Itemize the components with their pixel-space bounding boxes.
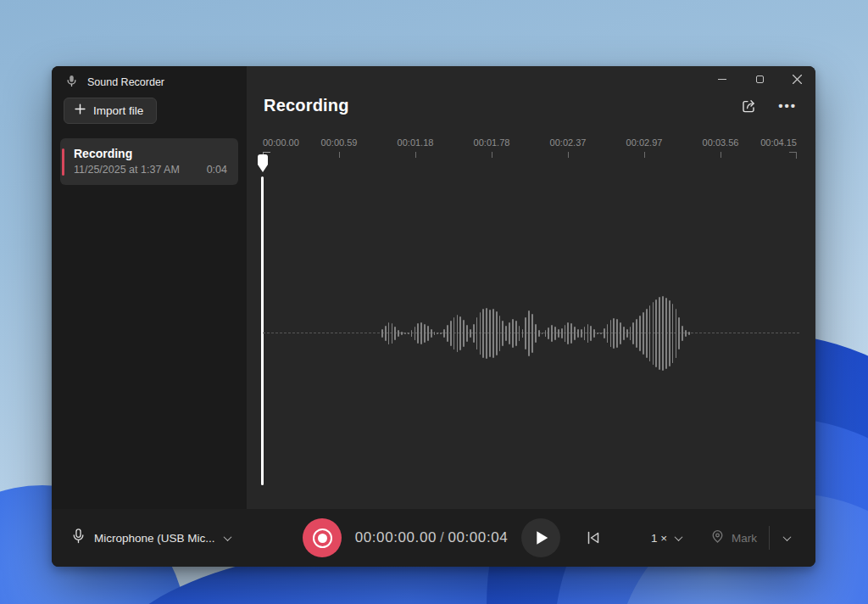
waveform-bar [676, 309, 677, 358]
timeline-tick [339, 152, 340, 158]
timeline-label: 00:02.97 [626, 137, 663, 148]
timeline-label: 00:01.18 [398, 137, 434, 148]
playhead-handle[interactable] [256, 154, 270, 177]
selected-accent-bar [62, 148, 64, 176]
timeline-label: 00:03.56 [703, 137, 739, 148]
timeline-label: 00:00.59 [321, 137, 358, 148]
mark-label: Mark [732, 532, 757, 545]
waveform-bar [486, 308, 487, 359]
waveform-bar [632, 322, 634, 344]
more-options-button[interactable]: ••• [778, 102, 797, 110]
waveform-bar [531, 314, 533, 353]
more-transport-options-button[interactable] [784, 509, 790, 567]
maximize-icon [756, 76, 764, 83]
waveform-bar [600, 333, 602, 334]
playback-speed-selector[interactable]: 1 × [651, 509, 682, 567]
playhead-line[interactable] [261, 176, 264, 485]
waveform-bar [525, 317, 526, 350]
waveform-bar [685, 330, 687, 337]
skip-to-start-icon [585, 529, 602, 546]
waveform-bar [457, 315, 459, 352]
waveform-bar [519, 326, 520, 341]
close-button[interactable] [778, 66, 815, 92]
waveform-bar [459, 316, 461, 350]
waveform-bar [404, 333, 406, 334]
recording-item-subrow: 11/25/2025 at 1:37 AM 0:04 [74, 164, 227, 176]
waveform-bar [398, 330, 399, 337]
chevron-down-icon [675, 533, 683, 541]
play-button[interactable] [521, 518, 560, 557]
timeline-tick [644, 152, 645, 158]
waveform-bar [381, 329, 383, 338]
waveform-bar [649, 305, 651, 361]
waveform-bar [509, 322, 510, 344]
waveform-bar [604, 328, 605, 338]
waveform-bar [593, 329, 595, 338]
add-marker-button[interactable]: Mark [710, 509, 757, 567]
waveform-bar [613, 318, 615, 349]
elapsed-time: 00:00:00.00 [355, 529, 437, 545]
waveform-bar [420, 322, 422, 344]
record-button[interactable] [303, 518, 342, 557]
waveform-bar [669, 300, 670, 366]
skip-to-start-button[interactable] [579, 523, 608, 552]
recording-item-title: Recording [74, 147, 227, 160]
waveform-bar [587, 324, 589, 343]
waveform-bar [388, 322, 390, 344]
record-icon [313, 528, 332, 548]
time-separator: / [437, 529, 448, 545]
waveform-bar [570, 323, 572, 344]
waveform-bar [411, 330, 413, 337]
waveform-bar [561, 328, 563, 338]
waveform-bar [538, 330, 540, 337]
waveform-bar [424, 324, 426, 343]
waveform-bar [630, 327, 632, 340]
waveform-bar [672, 304, 674, 363]
waveform-bar [655, 299, 657, 367]
sidebar: Sound Recorder Import file Recording 11/… [52, 66, 247, 509]
time-display: 00:00:00.00/00:00:04 [342, 509, 521, 567]
waveform-bar [662, 296, 664, 371]
waveform-bar [453, 317, 455, 350]
waveform-bar [522, 329, 524, 338]
waveform-bar [408, 333, 409, 334]
chevron-down-icon [223, 533, 231, 541]
speed-label: 1 × [651, 532, 667, 545]
waveform-bar [447, 325, 448, 342]
page-title: Recording [264, 96, 349, 115]
microphone-app-icon [66, 75, 77, 91]
timeline-tick [789, 152, 797, 159]
timeline-label: 00:01.78 [474, 137, 510, 148]
timeline-label: 00:00.00 [263, 137, 299, 148]
waveform-bar [653, 302, 654, 365]
transport-bar: Microphone (USB Mic... 00:00:00.00/00:00… [52, 509, 815, 567]
share-button[interactable] [741, 98, 756, 114]
minimize-button[interactable] [704, 66, 741, 92]
waveform-bar [466, 325, 468, 342]
waveform-bar [610, 320, 612, 347]
timeline-tick [721, 152, 721, 158]
waveform-bar [431, 329, 432, 338]
maximize-button[interactable] [741, 66, 778, 92]
waveform-bar [597, 333, 598, 334]
waveform-bar [440, 333, 442, 334]
waveform-bar [682, 326, 683, 341]
app-title: Sound Recorder [87, 76, 164, 88]
import-file-label: Import file [93, 104, 143, 117]
waveform-bar [567, 322, 569, 344]
waveform-bar [607, 324, 609, 343]
recording-list-item[interactable]: Recording 11/25/2025 at 1:37 AM 0:04 [60, 138, 238, 185]
waveform-bar [492, 309, 494, 358]
close-icon [793, 75, 802, 84]
timeline-label: 00:04.15 [760, 137, 797, 148]
minimize-icon [718, 79, 726, 80]
import-file-button[interactable]: Import file [64, 98, 157, 124]
microphone-selector[interactable]: Microphone (USB Mic... [72, 509, 231, 567]
waveform-bar [480, 312, 481, 355]
waveform-bar [437, 333, 438, 334]
waveform-bar [584, 327, 586, 340]
waveform-bar [688, 332, 690, 335]
waveform-bar [626, 329, 628, 338]
recording-item-duration: 0:04 [207, 164, 227, 176]
waveform-bar [401, 332, 403, 335]
